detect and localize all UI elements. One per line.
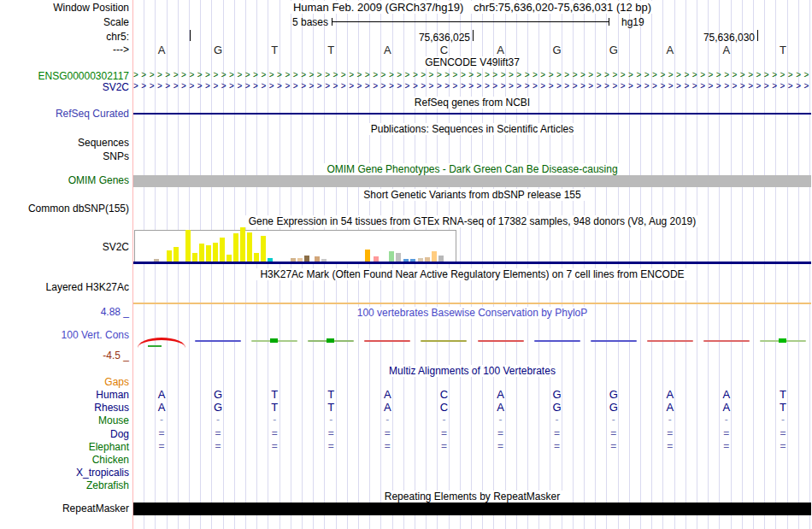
sequence-base: A <box>359 44 415 56</box>
multiz-alignment-cell: = <box>698 427 755 439</box>
gtex-expression-bar[interactable] <box>365 250 370 262</box>
multiz-alignment-cell: - <box>246 414 303 426</box>
multiz-alignment-cell: = <box>303 427 359 439</box>
multiz-alignment-cell: C <box>415 401 472 414</box>
gtex-gene-label[interactable]: SV2C <box>0 242 129 253</box>
phylop-line <box>534 340 580 342</box>
position-range: chr5:75,636,020-75,636,031 (12 bp) <box>470 1 655 14</box>
gtex-expression-bar[interactable] <box>167 250 172 262</box>
strand-direction-label: ---> <box>0 44 129 56</box>
multiz-alignment-cell: T <box>303 401 359 414</box>
conservation-min-label: -4.5 _ <box>0 350 129 361</box>
common-dbsnp-label[interactable]: Common dbSNP(155) <box>0 203 129 215</box>
ruler-tick-mark <box>757 30 758 41</box>
layered-h3k27ac-label[interactable]: Layered H3K27Ac <box>0 282 129 293</box>
sequence-base: T <box>246 44 303 56</box>
gtex-expression-bar[interactable] <box>432 251 437 262</box>
gtex-expression-bar[interactable] <box>233 233 238 262</box>
gtex-expression-bar[interactable] <box>220 238 225 262</box>
multiz-species-label[interactable]: Gaps <box>0 376 129 388</box>
gtex-expression-bar[interactable] <box>389 251 394 262</box>
multiz-species-label[interactable]: Dog <box>0 428 129 440</box>
multiz-alignment-cell: - <box>415 414 472 426</box>
omim-gene-bar[interactable] <box>133 175 811 187</box>
gtex-expression-bar[interactable] <box>206 245 211 262</box>
h3k27ac-signal-baseline[interactable] <box>133 303 811 304</box>
repeatmasker-label[interactable]: RepeatMasker <box>0 503 129 514</box>
gtex-expression-bar[interactable] <box>192 253 197 262</box>
gtex-expression-bar[interactable] <box>174 247 179 262</box>
multiz-alignment-cell: G <box>529 388 585 401</box>
multiz-alignment-cell: T <box>755 401 811 414</box>
genome-version-label: hg19 <box>621 16 644 28</box>
conservation-track-title[interactable]: 100 vertebrates Basewise Conservation by… <box>133 308 811 319</box>
gtex-expression-bar[interactable] <box>240 227 245 262</box>
genome-browser-image: Window Position Human Feb. 2009 (GRCh37/… <box>0 0 812 529</box>
multiz-alignment-cell: - <box>190 414 246 426</box>
gtex-expression-bar[interactable] <box>185 230 191 262</box>
position-header: Human Feb. 2009 (GRCh37/hg19) chr5:75,63… <box>133 2 811 13</box>
multiz-alignment-cell: - <box>473 414 529 426</box>
multiz-alignment-cell: A <box>473 388 529 401</box>
multiz-track-title[interactable]: Multiz Alignments of 100 Vertebrates <box>133 366 811 377</box>
gene-row-label[interactable]: SV2C <box>0 81 129 93</box>
sequence-base: G <box>190 44 246 56</box>
gtex-expression-bar[interactable] <box>199 244 204 262</box>
h3k27ac-track-title[interactable]: H3K27Ac Mark (Often Found Near Active Re… <box>133 269 811 280</box>
gtex-expression-bar[interactable] <box>227 255 232 262</box>
publications-snps-label[interactable]: SNPs <box>0 151 129 162</box>
publications-track-title[interactable]: Publications: Sequences in Scientific Ar… <box>133 124 811 135</box>
dbsnp-track-title[interactable]: Short Genetic Variants from dbSNP releas… <box>133 190 811 201</box>
multiz-alignment-cell: T <box>303 388 359 401</box>
refseq-track-title[interactable]: RefSeq genes from NCBI <box>133 97 811 109</box>
multiz-alignment-cell: = <box>585 440 642 452</box>
repeatmasker-track-title[interactable]: Repeating Elements by RepeatMasker <box>133 491 811 503</box>
multiz-alignment-cell: T <box>246 388 303 401</box>
multiz-species-label[interactable]: Rhesus <box>0 402 129 414</box>
multiz-alignment-cell: - <box>133 414 190 426</box>
gtex-expression-bar[interactable] <box>247 232 252 262</box>
multiz-alignment-cell: A <box>133 388 190 401</box>
gtex-expression-bar[interactable] <box>396 253 401 262</box>
phylop-line <box>421 340 467 342</box>
omim-track-title[interactable]: OMIM Gene Phenotypes - Dark Green Can Be… <box>133 164 811 175</box>
gtex-expression-bar[interactable] <box>213 243 218 262</box>
multiz-species-label[interactable]: Chicken <box>0 454 129 466</box>
conservation-track-label[interactable]: 100 Vert. Cons <box>0 330 129 341</box>
multiz-alignment-cell: C <box>415 388 472 401</box>
multiz-alignment-cell: G <box>585 401 642 414</box>
gencode-track-title[interactable]: GENCODE V49lift37 <box>133 57 811 68</box>
publications-sequences-label[interactable]: Sequences <box>0 138 129 149</box>
multiz-alignment-cell: - <box>698 414 755 426</box>
gene-direction-arrows[interactable]: >>>>>>>>>>>>>>>>>>>>>>>>>>>>>>>>>>>>>>>>… <box>133 81 811 91</box>
phylop-marker <box>779 338 786 343</box>
multiz-alignment-cell: G <box>529 401 585 414</box>
gene-direction-arrows[interactable]: >>>>>>>>>>>>>>>>>>>>>>>>>>>>>>>>>>>>>>>>… <box>133 70 811 80</box>
assembly-title: Human Feb. 2009 (GRCh37/hg19) <box>290 1 467 14</box>
sequence-base: A <box>698 44 755 56</box>
gtex-expression-bar[interactable] <box>304 256 309 262</box>
ruler-tick-label: 75,636,025 <box>391 32 470 44</box>
sequence-base: G <box>529 44 585 56</box>
gtex-expression-bar[interactable] <box>438 256 444 262</box>
repeatmasker-element-bar[interactable] <box>133 503 811 515</box>
multiz-species-label[interactable]: Mouse <box>0 414 129 426</box>
gtex-expression-bar[interactable] <box>254 253 259 262</box>
multiz-alignment-cell: = <box>642 440 698 452</box>
multiz-species-label[interactable]: Human <box>0 389 129 401</box>
multiz-alignment-cell: = <box>642 427 698 439</box>
gtex-expression-bar[interactable] <box>261 236 266 262</box>
sequence-base: A <box>473 44 529 56</box>
multiz-species-label[interactable]: Zebrafish <box>0 479 129 491</box>
gtex-track-title[interactable]: Gene Expression in 54 tissues from GTEx … <box>133 216 811 227</box>
phylop-line <box>703 340 750 342</box>
gene-row-label[interactable]: ENSG00000302117 <box>0 70 129 82</box>
omim-genes-label[interactable]: OMIM Genes <box>0 175 129 186</box>
sequence-base: A <box>133 44 190 56</box>
multiz-species-label[interactable]: Elephant <box>0 441 129 453</box>
ruler-minor-tick <box>190 30 191 41</box>
refseq-curated-label[interactable]: RefSeq Curated <box>0 109 129 120</box>
multiz-species-label[interactable]: X_tropicalis <box>0 467 129 479</box>
refseq-gene-line[interactable] <box>133 113 811 115</box>
multiz-alignment-cell: = <box>190 427 246 439</box>
